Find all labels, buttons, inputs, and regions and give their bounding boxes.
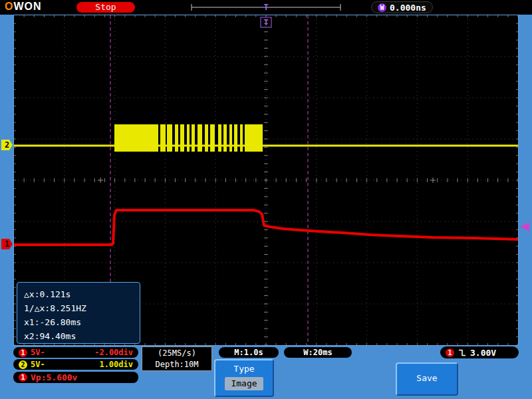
acquisition-info-box: (25MS/s) Depth:10M xyxy=(142,346,212,371)
sample-rate: (25MS/s) xyxy=(142,348,211,359)
run-stop-indicator[interactable]: Stop xyxy=(76,2,135,13)
vp-value: Vp:5.600v xyxy=(31,372,77,382)
ch2-scale: 5V- xyxy=(31,360,45,369)
logo-o: O xyxy=(5,1,13,12)
ch1-number-badge: 1 xyxy=(19,348,27,357)
ch1-status-badge[interactable]: 1 5V- -2.00div xyxy=(13,347,138,358)
inverse-delta-x-readout: 1/△x:8.251HZ xyxy=(24,301,140,315)
vp-measurement-badge: 1 Vp:5.600v xyxy=(13,372,138,383)
trigger-level-arrow[interactable] xyxy=(520,222,529,231)
type-menu-button[interactable]: Type Image xyxy=(214,359,274,397)
trigger-position-ruler[interactable]: T xyxy=(186,0,346,15)
trigger-source-badge: 1 xyxy=(446,348,454,357)
memory-depth: Depth:10M xyxy=(142,359,211,370)
trigger-level-value: 3.00V xyxy=(470,348,496,358)
oscilloscope-screen: OWON Stop T W 0.000ns T 2 1 △x:0.121s 1/… xyxy=(0,0,532,399)
type-menu-value[interactable]: Image xyxy=(225,377,263,390)
vp-channel-badge: 1 xyxy=(19,373,27,382)
owon-logo: OWON xyxy=(5,1,42,13)
falling-edge-icon xyxy=(458,348,467,357)
ch1-scale: 5V- xyxy=(31,348,45,357)
ch2-offset: 1.00div xyxy=(99,360,133,369)
window-time-value: 0.000ns xyxy=(390,3,426,13)
type-menu-label: Type xyxy=(215,364,273,374)
delta-x-readout: △x:0.121s xyxy=(24,287,140,301)
top-status-bar: OWON Stop T W 0.000ns xyxy=(0,0,532,15)
logo-text: WON xyxy=(13,1,41,12)
svg-text:T: T xyxy=(263,18,268,27)
trigger-status-badge[interactable]: 1 3.00V xyxy=(440,346,519,358)
ch1-offset: -2.00div xyxy=(94,348,133,357)
window-icon: W xyxy=(378,3,386,12)
ch2-status-badge[interactable]: 2 5V- 1.00div xyxy=(13,359,138,370)
ch2-number-badge: 2 xyxy=(19,360,27,369)
trigger-position-marker[interactable]: T xyxy=(263,3,268,12)
ch2-position-marker[interactable]: 2 xyxy=(1,140,13,150)
save-button[interactable]: Save xyxy=(396,362,458,396)
cursor-measurement-panel: △x:0.121s 1/△x:8.251HZ x1:-26.80ms x2:94… xyxy=(17,282,140,344)
window-time-badge: W 0.000ns xyxy=(371,1,433,13)
main-timebase-badge[interactable]: M:1.0s xyxy=(219,347,279,358)
cursor2-readout: x2:94.40ms xyxy=(24,329,140,343)
ch1-position-marker[interactable]: 1 xyxy=(1,239,13,249)
cursor1-readout: x1:-26.80ms xyxy=(24,315,140,329)
window-timebase-badge[interactable]: W:20ms xyxy=(284,347,352,358)
